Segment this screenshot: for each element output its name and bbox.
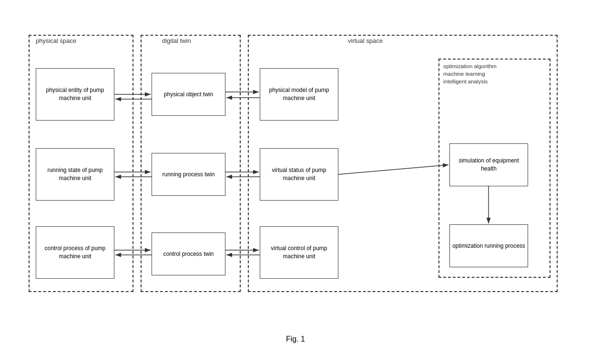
physical-object-twin-box: physical object twin (152, 73, 225, 116)
virtual-status-box: virtual status of pump machine unit (260, 148, 338, 201)
simulation-health-box: simulation of equipment health (449, 143, 528, 186)
virtual-control-box: virtual control of pump machine unit (260, 226, 338, 279)
digital-twin-label: digital twin (162, 37, 191, 44)
running-state-box: running state of pump machine unit (36, 148, 114, 201)
control-process-physical-box: control process of pump machine unit (36, 226, 114, 279)
physical-entity-box: physical entity of pump machine unit (36, 68, 114, 121)
running-process-twin-box: running process twin (152, 153, 225, 196)
figure-caption: Fig. 1 (286, 335, 305, 344)
control-process-twin-box: control process twin (152, 233, 225, 275)
physical-model-box: physical model of pump machine unit (260, 68, 338, 121)
algorithm-label: optimization algorithm machine learning … (443, 62, 497, 85)
optimization-running-box: optimization running process (449, 224, 528, 267)
physical-space-label: physical space (36, 37, 76, 44)
diagram: physical space digital twin virtual spac… (24, 20, 567, 330)
virtual-space-label: virtual space (348, 37, 383, 44)
